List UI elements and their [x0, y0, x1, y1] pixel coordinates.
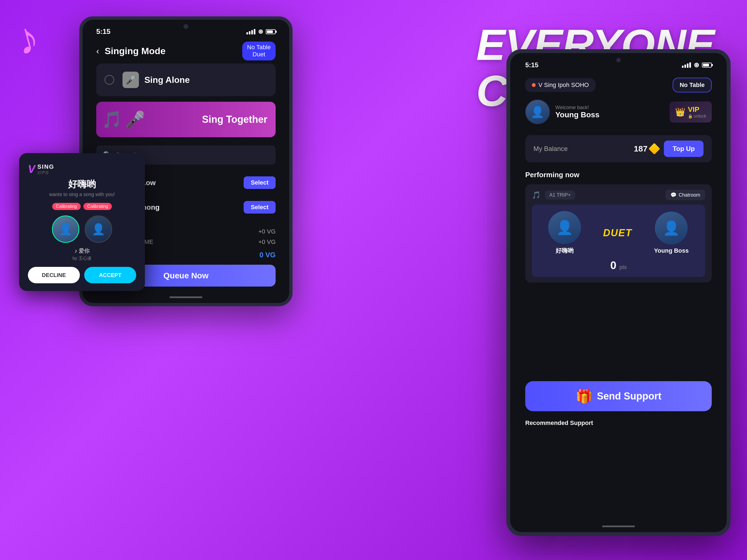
- duet-singers: 👤 好嗨哟 DUET 👤 Young Boss: [537, 211, 700, 255]
- performing-now-label: Performing now: [525, 171, 579, 179]
- home-indicator-front: [602, 526, 635, 527]
- no-table-duet-badge: No Table Duet: [242, 42, 276, 60]
- balance-label-lg: My Balance: [534, 145, 628, 153]
- recommended-support-label: Recommended Support: [525, 419, 593, 427]
- tf-time: 5:15: [525, 61, 538, 69]
- radio-circle-alone: [104, 75, 114, 85]
- tb-time: 5:15: [96, 27, 110, 36]
- user-avatar: [525, 100, 550, 124]
- welcome-text: Welcome back!: [555, 105, 664, 110]
- signal-icon: [247, 29, 255, 34]
- calibrating-badge-2: Calibrating: [83, 203, 112, 210]
- singer-1-col: 👤 好嗨哟: [548, 211, 581, 255]
- calibrating-badge-1: Calibrating: [52, 203, 81, 210]
- singer-2-col: 👤 Young Boss: [654, 212, 689, 254]
- duet-center-label: DUET: [603, 227, 632, 239]
- decline-button[interactable]: DECLINE: [28, 267, 80, 283]
- popup-avatars: [28, 215, 136, 243]
- vip-label: VIP: [688, 105, 706, 114]
- wifi-icon: ⊛: [258, 28, 263, 35]
- location-row: V Sing Ipoh SOHO No Table: [525, 78, 712, 93]
- singer-1-name: 好嗨哟: [556, 247, 574, 255]
- calibrating-badges: Calibrating Calibrating: [28, 203, 136, 210]
- sing-alone-label: Sing Alone: [145, 75, 190, 85]
- vsing-v-logo: V: [28, 163, 35, 175]
- sing-alone-card[interactable]: 🎤 Sing Alone: [96, 63, 276, 96]
- location-text: V Sing Ipoh SOHO: [538, 81, 589, 88]
- singer-2-avatar: 👤: [655, 212, 688, 245]
- accept-button[interactable]: ACCEPT: [84, 267, 136, 283]
- gift-icon: 🎁: [575, 388, 593, 404]
- vip-crown-icon: 👑: [675, 107, 685, 117]
- tablet-front-camera: [616, 58, 621, 62]
- tablet-bg-statusbar: 5:15 ⊛: [96, 27, 276, 36]
- duet-invite-popup: V SING 好声音 好嗨哟 wants to sing a song with…: [19, 153, 145, 291]
- tf-signal-icon: [682, 62, 691, 68]
- battery-icon: [266, 29, 276, 34]
- music-note-left: ♪: [11, 14, 44, 62]
- home-indicator-bg: [170, 297, 202, 298]
- tablet-front-statusbar: 5:15 ⊛: [525, 61, 712, 69]
- sing-together-card[interactable]: 🎵 🎤 Sing Together: [96, 102, 276, 137]
- user-info: Welcome back! Young Boss: [555, 105, 664, 119]
- ai-tag: A1 TRIP+: [545, 190, 575, 200]
- vip-unlock-label: 🔒 unlock: [688, 114, 706, 119]
- top-up-button[interactable]: Top Up: [664, 141, 703, 157]
- balance-card: My Balance 187 Top Up: [525, 135, 712, 162]
- tablet-front: 5:15 ⊛ V Sing Ipoh SOHO No Table Wel: [506, 49, 730, 536]
- sing-together-icons: 🎵 🎤: [102, 110, 146, 129]
- chatroom-button[interactable]: 💬 Chatroom: [666, 190, 705, 200]
- now-playing-card: 🎵 A1 TRIP+ 💬 Chatroom 👤 好嗨哟 DUET 👤: [525, 184, 712, 282]
- select-btn-1[interactable]: Select: [243, 176, 276, 189]
- vsing-sing-text: SING: [37, 163, 54, 170]
- singer-1-avatar: 👤: [548, 211, 581, 244]
- tablet-bg-header: ‹ Singing Mode No Table Duet: [96, 42, 276, 60]
- location-pill: V Sing Ipoh SOHO: [525, 78, 595, 92]
- select-btn-2[interactable]: Select: [243, 201, 276, 213]
- popup-avatar-user2: [85, 215, 112, 243]
- duet-performance-area: 👤 好嗨哟 DUET 👤 Young Boss 0 pts: [532, 205, 705, 277]
- back-icon[interactable]: ‹: [96, 46, 99, 56]
- popup-action-buttons: DECLINE ACCEPT: [28, 267, 136, 283]
- gem-diamond-icon: [649, 143, 660, 154]
- user-name: Young Boss: [555, 110, 664, 119]
- tf-battery-icon: [702, 62, 712, 68]
- location-dot: [532, 83, 536, 87]
- singer-2-name: Young Boss: [654, 247, 689, 254]
- popup-logo: V SING 好声音: [28, 163, 136, 175]
- vip-badge[interactable]: 👑 VIP 🔒 unlock: [670, 101, 712, 123]
- audio-wave-icon: 🎵: [532, 191, 541, 199]
- popup-inviter-name: 好嗨哟: [28, 178, 136, 190]
- popup-avatar-user1: [52, 215, 79, 243]
- user-info-row: Welcome back! Young Boss 👑 VIP 🔒 unlock: [525, 100, 712, 124]
- performance-score: 0 pts: [537, 259, 700, 272]
- sing-together-label: Sing Together: [202, 114, 267, 125]
- send-support-button[interactable]: 🎁 Send Support: [525, 381, 712, 411]
- singing-mode-title: Singing Mode: [105, 46, 166, 56]
- chat-icon: 💬: [670, 192, 676, 198]
- popup-song-by: by 王心凌: [28, 256, 136, 261]
- np-top-row: 🎵 A1 TRIP+ 💬 Chatroom: [532, 190, 705, 200]
- popup-song-name: ♪ 爱你: [28, 247, 136, 255]
- no-table-pill: No Table: [673, 78, 712, 93]
- lock-icon: 🔒: [688, 114, 693, 119]
- balance-amount-lg: 187: [634, 144, 659, 153]
- popup-subtitle: wants to sing a song with you!: [28, 192, 136, 198]
- tf-wifi-icon: ⊛: [694, 61, 699, 69]
- mic-icon-grey: 🎤: [123, 72, 139, 88]
- send-support-label: Send Support: [597, 390, 662, 402]
- vsing-chinese: 好声音: [37, 170, 54, 175]
